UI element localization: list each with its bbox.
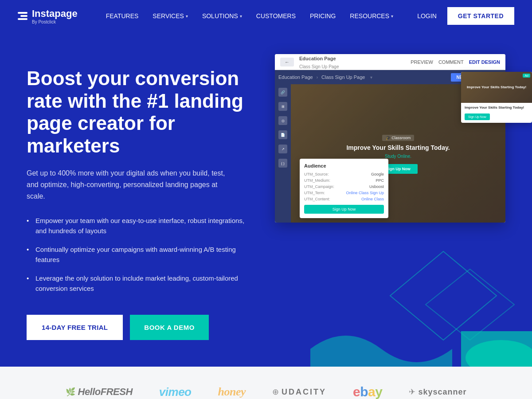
logo-ebay: ebay [353,384,382,399]
audience-cta-button[interactable]: Sign Up Now [304,205,384,214]
audience-row-1: UTM_Source: Google [304,172,384,176]
logo-subtitle: By Postclick [32,20,78,24]
audience-title: Audience [304,163,384,168]
chevron-down-icon: ▾ [240,14,242,19]
audience-key-3: UTM_Campaign: [304,184,334,189]
ad-card-image: Ad Improve Your Skills Starting Today! [461,72,532,103]
logos-section: 🌿 HelloFRESH vimeo honey ⊕ UDACITY ebay … [0,367,532,399]
navbar: Instapage By Postclick FEATURES SERVICES… [0,0,532,32]
audience-val-3: Usboost [369,184,384,189]
logo-skyscanner: ✈ skyscanner [409,387,466,397]
audience-row-4: UTM_Term: Online Class Sign Up [304,191,384,195]
hero-bullets: Empower your team with our easy-to-use i… [27,216,257,293]
logo-vimeo: vimeo [159,385,192,399]
sidebar-share-icon[interactable]: ↗ [278,145,287,153]
hero-cta: 14-DAY FREE TRIAL BOOK A DEMO [27,315,257,340]
hellofresh-text: HelloFRESH [78,386,133,398]
hero-mockup: ← Education Page Class Sign Up Page PREV… [266,45,532,333]
audience-val-5: Online Class [361,197,384,201]
logo[interactable]: Instapage By Postclick [18,8,78,24]
bullet-1: Empower your team with our easy-to-use i… [27,216,257,236]
skyscanner-icon: ✈ [409,387,415,397]
preview-button[interactable]: PREVIEW [411,59,433,65]
nav-links: FEATURES SERVICES ▾ SOLUTIONS ▾ CUSTOMER… [99,12,414,20]
mockup-container: ← Education Page Class Sign Up Page PREV… [266,45,532,311]
bullet-3: Leverage the only solution to include ma… [27,274,257,293]
chevron-down-icon: ▾ [186,14,188,19]
editor-breadcrumb: Education Page Class Sign Up Page [299,54,339,70]
nav-right: LOGIN GET STARTED [414,7,514,25]
bullet-2: Continually optimize your campaigns with… [27,245,257,265]
nav-pricing[interactable]: PRICING [303,12,343,20]
nav-services[interactable]: SERVICES ▾ [145,12,195,20]
get-started-button[interactable]: GET STARTED [447,7,514,25]
sidebar-grid-icon[interactable]: ⊞ [278,102,287,111]
ad-signup-button[interactable]: Sign Up Now [465,113,490,120]
ad-card-body: Improve Your Skills Starting Today! Sign… [461,103,532,123]
ad-card-headline: Improve Your Skills Starting Today! [465,106,528,110]
hero-section: Boost your conversion rate with the #1 l… [0,32,532,367]
logo-honey: honey [218,385,246,399]
audience-panel: Audience UTM_Source: Google UTM_Medium: … [300,159,388,218]
audience-row-5: UTM_Content: Online Class [304,197,384,201]
audience-val-4: Online Class Sign Up [346,191,384,195]
landing-badge: 🎓 Classroom [382,135,415,141]
skyscanner-text: skyscanner [418,387,466,397]
logo-text: Instapage By Postclick [32,8,78,24]
audience-val-1: Google [371,172,384,176]
comment-button[interactable]: COMMENT [438,59,464,65]
login-button[interactable]: LOGIN [414,12,440,20]
sidebar-location-icon[interactable]: ◎ [278,116,287,125]
audience-key-4: UTM_Term: [304,191,325,195]
audience-key-2: UTM_Medium: [304,178,330,183]
udacity-icon: ⊕ [272,387,279,397]
landing-heading: Improve Your Skills Starting Today. [346,144,450,152]
ad-card-preview-text: Improve Your Skills Starting Today! [464,85,529,90]
logo-icon [18,12,27,20]
audience-row-2: UTM_Medium: PPC [304,178,384,183]
sidebar-file-icon[interactable]: 📄 [278,130,287,139]
editor-back-button[interactable]: ← [280,58,294,66]
toolbar-label: Education Page [278,74,313,80]
svg-marker-3 [461,331,532,367]
hellofresh-icon: 🌿 [66,387,75,397]
landing-subheading: Study Online. [346,154,450,159]
svg-point-2 [466,340,532,367]
ad-badge: Ad [523,74,530,78]
toolbar-page: Class Sign Up Page [321,74,365,80]
hero-left: Boost your conversion rate with the #1 l… [27,67,257,340]
nav-features[interactable]: FEATURES [99,12,146,20]
editor-topbar: ← Education Page Class Sign Up Page PREV… [275,54,505,70]
sidebar-link-icon[interactable]: 🔗 [278,88,287,97]
audience-key-1: UTM_Source: [304,172,329,176]
audience-key-5: UTM_Content: [304,197,330,201]
logo-udacity: ⊕ UDACITY [272,387,326,397]
ebay-text: ebay [353,384,382,399]
ad-card: Ad Improve Your Skills Starting Today! I… [461,72,532,123]
logo-hellofresh: 🌿 HelloFRESH [66,386,133,398]
audience-row-3: UTM_Campaign: Usboost [304,184,384,189]
demo-button[interactable]: BOOK A DEMO [130,315,209,340]
edit-design-button[interactable]: EDIT DESIGN [469,59,500,65]
logo-name: Instapage [32,8,78,19]
sidebar-code-icon[interactable]: { } [278,159,287,168]
hero-subtitle: Get up to 400% more with your digital ad… [27,168,231,202]
hero-title: Boost your conversion rate with the #1 l… [27,67,257,157]
audience-val-2: PPC [376,178,384,183]
trial-button[interactable]: 14-DAY FREE TRIAL [27,315,123,340]
nav-resources[interactable]: RESOURCES ▾ [343,12,400,20]
editor-sidebar: 🔗 ⊞ ◎ 📄 ↗ { } [275,84,291,223]
nav-solutions[interactable]: SOLUTIONS ▾ [195,12,249,20]
editor-right-buttons: PREVIEW COMMENT EDIT DESIGN [411,59,500,65]
chevron-down-icon: ▾ [391,14,393,19]
udacity-text: UDACITY [282,387,326,397]
vimeo-text: vimeo [159,385,192,399]
honey-text: honey [218,385,246,399]
nav-customers[interactable]: CUSTOMERS [249,12,303,20]
